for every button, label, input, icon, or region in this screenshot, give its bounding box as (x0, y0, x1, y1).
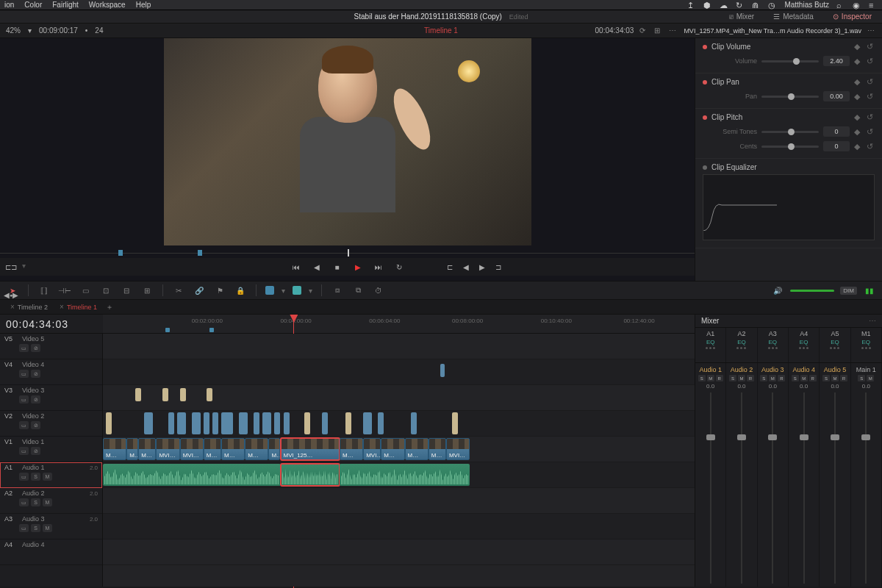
clip[interactable] (212, 412, 218, 434)
lane-v5[interactable] (103, 334, 695, 359)
prev-mark-icon[interactable]: ◀ (461, 262, 471, 272)
solo-icon[interactable]: S (31, 524, 40, 532)
channel-audio4[interactable]: Audio 4 SMR 0.0 (789, 363, 820, 587)
flag-tool-icon[interactable]: ⚑ (213, 284, 226, 297)
clip[interactable] (322, 412, 328, 434)
lane-v1[interactable]: M… M… M… MVI… MVI… M… M… M… M… MVI_125… … (103, 437, 695, 462)
cents-slider[interactable] (761, 146, 819, 148)
link-tool-icon[interactable]: 🔗 (193, 284, 206, 297)
lock-icon[interactable]: ▭ (19, 370, 29, 378)
mute-icon[interactable]: M (43, 498, 52, 506)
clip[interactable]: M… (381, 438, 404, 460)
mute-icon[interactable]: M (43, 473, 52, 481)
channel-audio2[interactable]: Audio 2 SMR 0.0 (726, 363, 757, 587)
options-icon[interactable]: ⋯ (669, 26, 678, 35)
disable-icon[interactable]: ⊘ (31, 370, 40, 378)
fader-knob[interactable] (768, 434, 777, 440)
clip[interactable]: M… (405, 438, 429, 460)
lock-icon[interactable]: ▭ (19, 524, 29, 532)
more-icon[interactable]: ⋯ (867, 26, 876, 35)
enable-dot-icon[interactable] (703, 80, 707, 85)
viewer-scrubber[interactable] (0, 248, 695, 258)
marker-icon[interactable] (165, 328, 170, 332)
bus-a3[interactable]: A3EQ (758, 328, 789, 362)
lock-tool-icon[interactable]: 🔒 (234, 284, 247, 297)
clock-icon[interactable]: ◷ (768, 1, 777, 10)
razor-tool-icon[interactable]: ▭ (79, 284, 92, 297)
reset-icon[interactable]: ↺ (867, 143, 875, 151)
user-name[interactable]: Matthias Butz (784, 1, 829, 9)
audio-clip-selected[interactable] (281, 464, 340, 486)
more-icon[interactable]: ⋯ (869, 317, 876, 325)
clip[interactable] (440, 364, 445, 377)
fader-knob[interactable] (706, 434, 715, 440)
disable-icon[interactable]: ⊘ (31, 421, 40, 429)
clip[interactable] (254, 412, 259, 434)
reset-icon[interactable]: ↺ (867, 57, 875, 65)
eq-graph[interactable] (703, 174, 875, 240)
speed-icon[interactable]: ⏱ (372, 284, 385, 297)
zoom-value[interactable]: 42% (6, 26, 21, 35)
master-volume-slider[interactable] (790, 290, 834, 292)
timeline-timecode[interactable]: 00:04:34:03 (6, 318, 68, 330)
timeline-ruler[interactable]: 00:02:00:00 00:04:00:00 00:06:04:00 00:0… (103, 315, 695, 333)
fader-knob[interactable] (861, 434, 870, 440)
play-icon[interactable]: ▶ (353, 262, 363, 272)
clip-selected[interactable]: MVI_125… (281, 438, 340, 460)
stop-icon[interactable]: ■ (332, 262, 343, 272)
clip[interactable]: M… (126, 438, 138, 460)
bus-a2[interactable]: A2EQ (726, 328, 757, 362)
clip[interactable]: M… (204, 438, 221, 460)
clip[interactable] (378, 412, 384, 434)
grid-icon[interactable]: ⊞ (654, 26, 663, 35)
clip[interactable] (204, 412, 209, 434)
lock-icon[interactable]: ▭ (19, 473, 29, 481)
lock-icon[interactable]: ▭ (19, 498, 29, 506)
bus-a4[interactable]: A4EQ (789, 328, 820, 362)
keyframe-icon[interactable]: ◆ (854, 93, 862, 101)
match-frame-icon[interactable]: ⊏⊐ (6, 262, 16, 272)
track-header-a3[interactable]: A3Audio 32.0 ▭SM (0, 514, 102, 539)
clip[interactable]: MVI… (363, 438, 381, 460)
channel-audio1[interactable]: Audio 1 SMR 0.0 (695, 363, 726, 587)
wifi-icon[interactable]: ⋒ (752, 1, 761, 10)
lane-a3[interactable] (103, 514, 695, 539)
solo-icon[interactable]: S (31, 498, 40, 506)
reset-icon[interactable]: ↺ (867, 93, 875, 101)
channel-audio3[interactable]: Audio 3 SMR 0.0 (758, 363, 789, 587)
clip[interactable] (192, 412, 201, 434)
tab-metadata[interactable]: ☰Metadata (769, 11, 818, 22)
linked-selection-icon[interactable]: ⧉ (351, 284, 365, 297)
lane-v3[interactable] (103, 385, 695, 411)
menu-item[interactable]: Workspace (89, 1, 126, 9)
next-clip-icon[interactable]: ⏭ (373, 262, 384, 272)
clip[interactable]: M… (268, 438, 280, 460)
keyframe-icon[interactable]: ◆ (854, 43, 862, 51)
track-header-v3[interactable]: V3Video 3 ▭⊘ (0, 385, 102, 411)
clip[interactable] (452, 412, 458, 434)
clip[interactable] (239, 412, 248, 434)
clip[interactable]: MVI… (180, 438, 204, 460)
search-icon[interactable]: ⌕ (836, 1, 845, 10)
close-icon[interactable]: × (10, 303, 15, 311)
replace-tool-icon[interactable]: ⊞ (140, 284, 154, 297)
keyframe-icon[interactable]: ◆ (854, 143, 862, 151)
dim-button[interactable]: DIM (840, 287, 857, 295)
track-header-a4[interactable]: A4Audio 4 (0, 539, 102, 565)
reset-icon[interactable]: ↺ (867, 43, 875, 51)
timeline-tab[interactable]: ×Timeline 1 (54, 301, 103, 313)
lane-a1[interactable] (103, 462, 695, 488)
speaker-icon[interactable]: 🔊 (771, 284, 784, 297)
solo-icon[interactable]: S (31, 473, 40, 481)
clip[interactable] (221, 412, 233, 434)
dropbox-icon[interactable]: ⬢ (703, 1, 712, 10)
cloud-icon[interactable]: ☁ (720, 1, 728, 10)
tab-inspector[interactable]: ⊙Inspector (828, 11, 876, 22)
clip[interactable] (304, 412, 310, 434)
clip[interactable]: MVI… (446, 438, 470, 460)
enable-dot-icon[interactable] (703, 165, 707, 170)
clip[interactable] (284, 412, 290, 434)
lane-v2[interactable] (103, 411, 695, 437)
disable-icon[interactable]: ⊘ (31, 344, 40, 352)
marker-icon[interactable] (209, 328, 214, 332)
